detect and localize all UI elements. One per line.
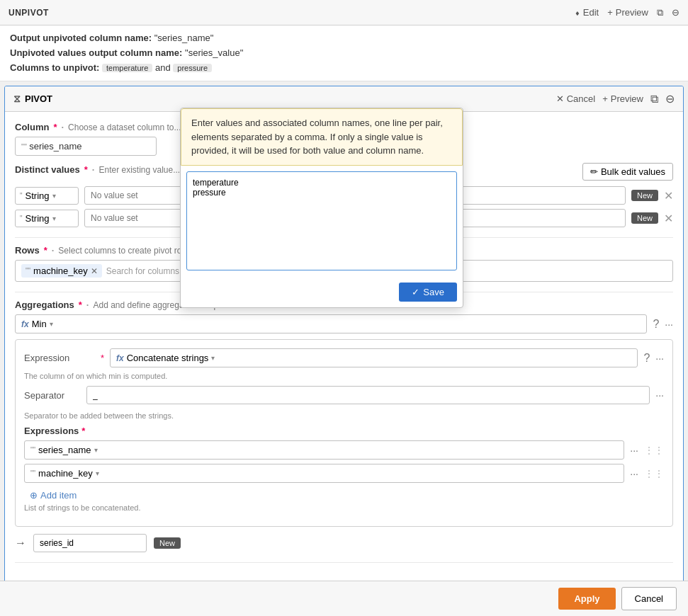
type-select-1[interactable]: " String ▾ bbox=[15, 187, 79, 205]
col-pill-temperature: temperature bbox=[102, 64, 152, 72]
close-icon-top[interactable]: ⊖ bbox=[672, 7, 679, 18]
cancel-button-panel[interactable]: ✕ Cancel bbox=[556, 93, 595, 104]
separator-hint: Separator to be added between the string… bbox=[24, 411, 664, 420]
cols-label: Columns to unpivot: bbox=[10, 62, 99, 73]
output-col-value: "series_name" bbox=[154, 33, 214, 43]
string-icon-1: " bbox=[20, 192, 23, 200]
info-bar: Output unpivoted column name: "series_na… bbox=[0, 25, 688, 81]
top-bar-actions: ⬧ Edit + Preview ⧉ ⊖ bbox=[575, 7, 679, 18]
machine-key-tag: "" machine_key ✕ bbox=[21, 264, 102, 278]
col-pill-pressure: pressure bbox=[173, 64, 212, 72]
help-icon-expr[interactable]: ? bbox=[643, 352, 650, 365]
cancel-button-bottom[interactable]: Cancel bbox=[621, 587, 677, 610]
column-hint: Choose a dataset column to... bbox=[68, 122, 181, 132]
chevron-down-1: ▾ bbox=[52, 192, 56, 200]
expressions-section-label: Expressions * bbox=[24, 426, 664, 436]
expression-row: Expression * fx Concatenate strings ▾ ? … bbox=[24, 348, 664, 367]
bulk-edit-button[interactable]: ✏ Bulk edit values bbox=[582, 163, 673, 181]
separator-input[interactable] bbox=[86, 386, 650, 404]
divider-3 bbox=[15, 562, 673, 563]
list-hint: List of strings to be concatenated. bbox=[24, 503, 664, 512]
values-col-label: Unpivoted values output column name: bbox=[10, 47, 182, 58]
expr-select-2[interactable]: "" machine_key ▾ bbox=[24, 464, 624, 483]
expression-select[interactable]: fx Concatenate strings ▾ bbox=[110, 348, 638, 367]
string-icon-2: " bbox=[20, 215, 23, 222]
copy-icon-2[interactable]: ⧉ bbox=[650, 93, 658, 105]
check-icon: ✓ bbox=[412, 287, 419, 297]
drag-handle-2[interactable]: ⋮⋮ bbox=[644, 468, 664, 479]
x-icon: ✕ bbox=[556, 93, 564, 104]
more-icon-sep[interactable]: ··· bbox=[655, 389, 664, 401]
expression-label: Expression bbox=[24, 353, 95, 363]
popover-footer: ✓ Save bbox=[181, 278, 463, 307]
new-badge-output[interactable]: New bbox=[154, 537, 181, 549]
fx-icon: fx bbox=[21, 319, 29, 329]
column-required: * bbox=[53, 122, 57, 132]
tag-remove[interactable]: ✕ bbox=[91, 266, 98, 276]
save-button[interactable]: ✓ Save bbox=[399, 283, 457, 302]
agg-function-select[interactable]: fx Min ▾ bbox=[15, 314, 647, 333]
more-icon-e1[interactable]: ··· bbox=[630, 445, 638, 456]
more-icon-e2[interactable]: ··· bbox=[630, 468, 638, 479]
remove-btn-1[interactable]: ✕ bbox=[664, 189, 673, 203]
expr-row-2: "" machine_key ▾ ··· ⋮⋮ bbox=[24, 464, 664, 483]
panel-title: ⧖ PIVOT bbox=[13, 93, 52, 105]
output-col-label: Output unpivoted column name: bbox=[10, 33, 152, 43]
bulk-edit-textarea[interactable]: temperature pressure bbox=[186, 171, 457, 270]
panel-actions: ✕ Cancel + Preview ⧉ ⊖ bbox=[556, 92, 675, 105]
fx-icon-2: fx bbox=[116, 353, 124, 363]
expression-hint: The column of on which min is computed. bbox=[24, 372, 664, 380]
apply-button[interactable]: Apply bbox=[558, 588, 615, 610]
chevron-expr: ▾ bbox=[211, 354, 215, 362]
search-placeholder: Search for columns... bbox=[106, 266, 186, 276]
arrow-icon: → bbox=[15, 537, 26, 549]
top-bar-title: UNPIVOT bbox=[9, 8, 49, 18]
column-input[interactable]: "" series_name bbox=[15, 137, 157, 156]
chevron-expr1: ▾ bbox=[94, 446, 98, 454]
preview-button-panel[interactable]: + Preview bbox=[602, 93, 643, 104]
values-col-value: "series_value" bbox=[185, 47, 243, 58]
chevron-down-2: ▾ bbox=[52, 215, 56, 222]
top-bar: UNPIVOT ⬧ Edit + Preview ⧉ ⊖ bbox=[0, 0, 688, 25]
more-icon-expr[interactable]: ··· bbox=[655, 353, 664, 364]
distinct-label: Distinct values * · Enter existing value… bbox=[15, 164, 180, 175]
type-select-2[interactable]: " String ▾ bbox=[15, 210, 79, 227]
new-badge-2[interactable]: New bbox=[631, 212, 658, 224]
tag-icon: "" bbox=[26, 267, 30, 275]
plus-circle-icon-inner: ⊕ bbox=[30, 490, 38, 501]
edit-pencil-icon: ✏ bbox=[590, 166, 598, 177]
agg-function-row: fx Min ▾ ? ··· bbox=[15, 314, 673, 333]
new-badge-1[interactable]: New bbox=[631, 190, 658, 201]
copy-icon[interactable]: ⧉ bbox=[657, 7, 663, 18]
edit-button[interactable]: ⬧ Edit bbox=[575, 7, 599, 18]
aggregations-section: Aggregations * · Add and define aggregat… bbox=[15, 300, 673, 552]
preview-button-top[interactable]: + Preview bbox=[607, 7, 648, 18]
pivot-icon: ⧖ bbox=[13, 93, 21, 105]
remove-btn-2[interactable]: ✕ bbox=[664, 212, 673, 225]
separator-label: Separator bbox=[24, 390, 81, 401]
popover-tooltip: Enter values and associated column names… bbox=[181, 108, 463, 166]
bottom-bar: Apply Cancel bbox=[0, 581, 688, 616]
bulk-edit-popover: Enter values and associated column names… bbox=[180, 108, 463, 308]
popover-body: temperature pressure bbox=[181, 166, 463, 278]
chevron-agg: ▾ bbox=[50, 320, 53, 328]
close-icon-panel[interactable]: ⊖ bbox=[665, 92, 675, 105]
expr-select-1[interactable]: "" series_name ▾ bbox=[24, 440, 624, 460]
chevron-expr2: ▾ bbox=[96, 469, 99, 477]
more-icon-agg[interactable]: ··· bbox=[665, 319, 673, 330]
plus-icon-2: + bbox=[602, 93, 608, 104]
edit-icon: ⬧ bbox=[575, 7, 580, 18]
tooltip-text: Enter values and associated column names… bbox=[191, 118, 443, 156]
help-icon-agg[interactable]: ? bbox=[653, 318, 659, 331]
output-row: → New bbox=[15, 534, 673, 552]
separator-row: Separator ··· bbox=[24, 386, 664, 404]
add-item-inner-button[interactable]: ⊕ Add item bbox=[24, 487, 664, 503]
expression-group: Expression * fx Concatenate strings ▾ ? … bbox=[15, 339, 673, 527]
output-input[interactable] bbox=[33, 534, 147, 552]
plus-icon: + bbox=[607, 7, 613, 18]
expr-row-1: "" series_name ▾ ··· ⋮⋮ bbox=[24, 440, 664, 460]
drag-handle-1[interactable]: ⋮⋮ bbox=[644, 445, 664, 456]
